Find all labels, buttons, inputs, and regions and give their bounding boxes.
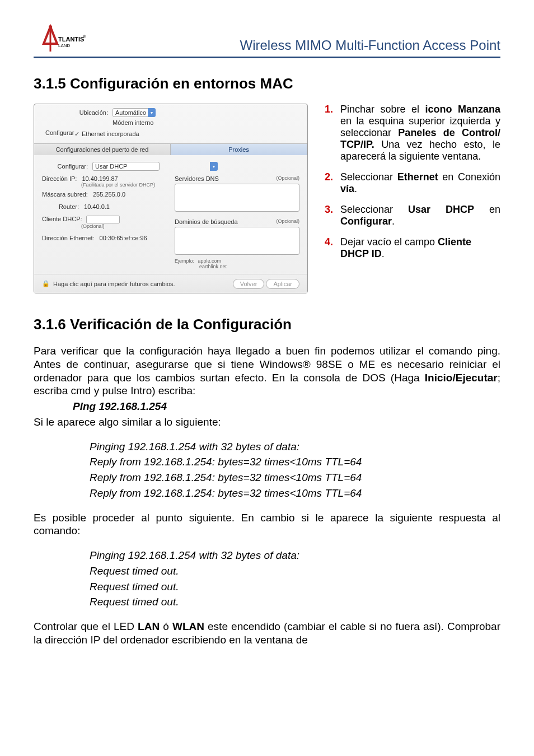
instructions-list: 1. Pinchar sobre el icono Manzana en la … xyxy=(325,104,500,293)
ping-reply: Reply from 192.168.1.254: bytes=32 times… xyxy=(90,487,500,500)
timeout: Request timed out. xyxy=(90,595,500,609)
direccion-ip-value: 10.40.199.87 xyxy=(82,175,118,182)
step-number: 3. xyxy=(325,204,340,227)
lock-text[interactable]: Haga clic aquí para impedir futuros camb… xyxy=(53,281,175,287)
step-number: 4. xyxy=(325,236,340,260)
dns-list[interactable] xyxy=(175,184,299,212)
volver-button[interactable]: Volver xyxy=(233,279,265,289)
ejemplo-label: Ejemplo: xyxy=(175,258,194,264)
step-1: 1. Pinchar sobre el icono Manzana en la … xyxy=(325,104,500,162)
router-value: 10.40.0.1 xyxy=(84,203,110,210)
step-number: 2. xyxy=(325,171,340,195)
configurar-select[interactable]: Usar DHCP xyxy=(92,162,160,171)
direccion-eth-label: Dirección Ethernet: xyxy=(42,235,95,241)
opcional-note1: (Opcional) xyxy=(81,223,167,229)
cliente-dhcp-input[interactable] xyxy=(86,216,120,223)
mascara-value: 255.255.0.0 xyxy=(93,191,125,198)
mac-config-row: Ubicación: Automático ▾ Módem interno Co… xyxy=(34,104,500,293)
timeout: Request timed out. xyxy=(90,564,500,578)
ethernet-option[interactable]: Ethernet incorporada xyxy=(82,130,139,137)
svg-point-0 xyxy=(49,25,52,29)
page-header: TLANTIS LAND ® Wireless MIMO Multi-Funct… xyxy=(34,22,500,58)
step-number: 1. xyxy=(325,104,340,162)
ping-reply: Reply from 192.168.1.254: bytes=32 times… xyxy=(90,471,500,484)
step-4: 4. Dejar vacío el campo Cliente DHCP ID. xyxy=(325,236,500,260)
servidores-dns-label: Servidores DNS xyxy=(175,175,219,182)
mac-tabbar: Configuraciones del puerto de red Proxie… xyxy=(34,143,307,155)
svg-text:TLANTIS: TLANTIS xyxy=(58,36,84,43)
direccion-eth-value: 00:30:65:ef:ce:96 xyxy=(100,235,147,241)
check-icon: ✓ xyxy=(74,130,79,138)
step-2: 2. Seleccionar Ethernet en Conexión vía. xyxy=(325,171,500,195)
ping-header: Pinging 192.168.1.254 with 32 bytes of d… xyxy=(90,440,500,454)
tab-config[interactable]: Configuraciones del puerto de red xyxy=(34,144,171,155)
header-title: Wireless MIMO Multi-Function Access Poin… xyxy=(240,38,500,53)
p2: Si le aparece algo similar a lo siguient… xyxy=(34,416,500,429)
chevron-down-icon[interactable]: ▾ xyxy=(148,108,156,117)
timeout: Request timed out. xyxy=(90,580,500,594)
step-3: 3. Seleccionar Usar DHCP en Configurar. xyxy=(325,204,500,227)
ubicacion-label: Ubicación: xyxy=(40,109,113,116)
atlantis-logo-icon: TLANTIS LAND ® xyxy=(34,22,90,53)
ejemplo2: earthlink.net xyxy=(199,264,227,269)
cliente-dhcp-label: Cliente DHCP: xyxy=(42,216,82,222)
svg-text:®: ® xyxy=(83,35,86,39)
ejemplo1: apple.com xyxy=(198,258,222,264)
svg-text:LAND: LAND xyxy=(58,43,71,48)
p1: Para verificar que la configuración haya… xyxy=(34,344,500,398)
dominios-list[interactable] xyxy=(175,227,299,255)
tab-proxies[interactable]: Proxies xyxy=(171,144,307,155)
router-label: Router: xyxy=(42,203,79,210)
section-316-heading: 3.1.6 Verificación de la Configuración xyxy=(34,316,500,333)
ping-command: Ping 192.168.1.254 xyxy=(73,400,500,413)
facilitada-note: (Facilitada por el servidor DHCP) xyxy=(81,182,167,188)
section-315-heading: 3.1.5 Configuración en entornos MAC xyxy=(34,75,500,92)
ping-fail-block: Pinging 192.168.1.254 with 32 bytes of d… xyxy=(34,549,500,609)
opcional-note2: (Opcional) xyxy=(276,175,299,182)
p3: Es posible proceder al punto siguiente. … xyxy=(34,511,500,538)
dominios-label: Dominios de búsqueda xyxy=(175,218,238,225)
brand-logo: TLANTIS LAND ® xyxy=(34,22,90,53)
ubicacion-select[interactable]: Automático xyxy=(113,108,149,117)
ping-success-block: Pinging 192.168.1.254 with 32 bytes of d… xyxy=(34,440,500,500)
ping-header2: Pinging 192.168.1.254 with 32 bytes of d… xyxy=(90,549,500,562)
configurar2-label: Configurar: xyxy=(42,163,92,170)
p4: Controlar que el LED LAN ó WLAN este enc… xyxy=(34,620,500,647)
chevron-down-icon[interactable]: ▾ xyxy=(210,162,218,171)
aplicar-button[interactable]: Aplicar xyxy=(266,279,299,289)
lock-icon[interactable]: 🔒 xyxy=(42,280,50,287)
ping-reply: Reply from 192.168.1.254: bytes=32 times… xyxy=(90,455,500,469)
mac-tcpip-panel: Ubicación: Automático ▾ Módem interno Co… xyxy=(34,104,308,293)
opcional-note3: (Opcional) xyxy=(276,218,299,225)
modem-option: Módem interno xyxy=(113,119,153,126)
mascara-label: Máscara subred: xyxy=(42,191,88,198)
direccion-ip-label: Dirección IP: xyxy=(42,175,77,182)
